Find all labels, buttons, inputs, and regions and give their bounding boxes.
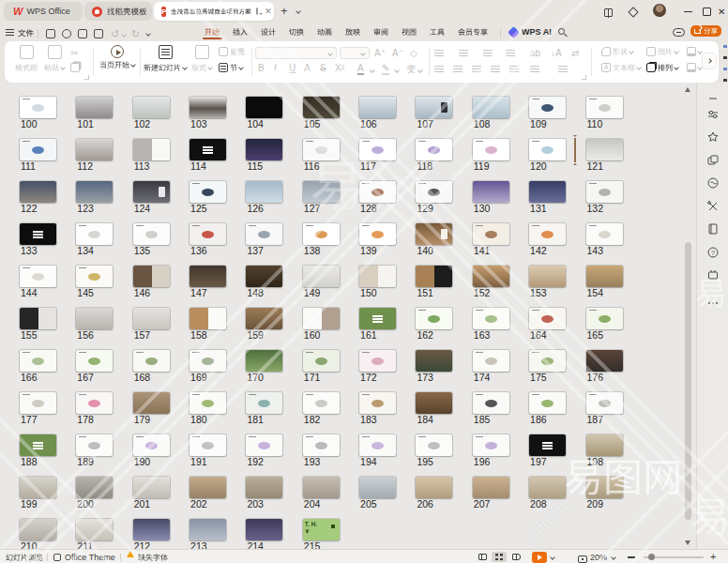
theme-label[interactable]: Office Theme	[65, 553, 115, 562]
slide-thumbnail[interactable]	[529, 392, 566, 414]
reset-button[interactable]	[219, 47, 245, 56]
docer-resource-icon[interactable]	[706, 176, 720, 193]
shapes-stack-icon[interactable]	[706, 154, 720, 171]
picture-button[interactable]	[646, 47, 678, 56]
minimize-button[interactable]	[684, 7, 692, 12]
clipboard-dialog-launcher[interactable]	[84, 75, 89, 80]
font-toggle-B[interactable]: B	[258, 63, 265, 73]
zoom-in-button[interactable]: +	[710, 551, 716, 562]
slide-thumbnail[interactable]	[586, 308, 623, 329]
slide-thumbnail[interactable]	[246, 519, 282, 540]
font-toggle-X²[interactable]: X²	[335, 63, 344, 73]
more-dots-icon[interactable]	[706, 297, 720, 313]
avatar[interactable]	[653, 4, 666, 17]
slide-thumbnail[interactable]	[359, 223, 396, 245]
slide-thumbnail[interactable]	[303, 308, 340, 329]
slide-thumbnail[interactable]	[20, 266, 56, 287]
slide-thumbnail[interactable]	[416, 181, 452, 203]
text-direction-icon[interactable]: ↓A	[551, 48, 562, 58]
plugin-icon[interactable]	[706, 268, 720, 285]
tab-docer-template[interactable]	[84, 2, 152, 21]
slide-thumbnail[interactable]	[190, 139, 226, 160]
slide-thumbnail[interactable]	[416, 97, 452, 118]
cube-icon[interactable]	[628, 7, 638, 17]
slide-thumbnail[interactable]	[190, 97, 226, 118]
slide-thumbnail[interactable]	[246, 477, 282, 498]
menu-item-8[interactable]	[402, 25, 417, 38]
slide-thumbnail[interactable]	[303, 181, 340, 203]
slide-thumbnail[interactable]: T. H. ∨	[303, 519, 340, 540]
slide-thumbnail[interactable]	[529, 308, 566, 329]
slide-thumbnail[interactable]	[246, 139, 282, 160]
menu-item-3[interactable]	[261, 25, 276, 38]
section-button[interactable]	[219, 63, 243, 72]
slide-thumbnail[interactable]	[416, 308, 452, 329]
menu-item-2[interactable]	[233, 25, 248, 38]
slide-thumbnail[interactable]	[529, 434, 566, 456]
highlight-button[interactable]: ✎	[382, 63, 389, 75]
slide-sorter-grid[interactable]: 1001011021031041051061071081091101111121…	[0, 83, 696, 549]
fill-button[interactable]	[687, 47, 702, 56]
slideshow-play-button[interactable]	[532, 552, 547, 563]
cut-button[interactable]: ✂	[70, 48, 78, 58]
zoom-chevron[interactable]	[611, 555, 616, 560]
slide-thumbnail[interactable]	[133, 477, 170, 498]
slide-thumbnail[interactable]	[586, 97, 623, 118]
font-toggle-I[interactable]: I	[274, 63, 277, 73]
tab-wps-home[interactable]: W WPS Office	[4, 2, 83, 21]
slide-thumbnail[interactable]	[76, 181, 113, 203]
slide-thumbnail[interactable]	[529, 97, 566, 118]
slide-thumbnail[interactable]	[246, 350, 282, 372]
slide-thumbnail[interactable]	[133, 223, 170, 245]
slide-thumbnail[interactable]	[586, 139, 623, 160]
close-button[interactable]: ✕	[718, 7, 728, 17]
slide-thumbnail[interactable]	[359, 434, 396, 456]
frame-button[interactable]	[687, 63, 702, 72]
slide-thumbnail[interactable]	[416, 266, 452, 287]
slide-thumbnail[interactable]	[246, 392, 282, 414]
menu-item-6[interactable]	[345, 25, 360, 38]
text-effect-button[interactable]: 变	[406, 63, 416, 76]
slide-thumbnail[interactable]	[133, 392, 170, 414]
shapes-button[interactable]	[601, 47, 633, 56]
slide-thumbnail[interactable]	[416, 139, 452, 160]
slide-thumbnail[interactable]	[76, 434, 113, 456]
clear-format-icon[interactable]: ◇	[410, 48, 417, 58]
slide-thumbnail[interactable]	[586, 181, 623, 203]
highlight-chevron[interactable]	[394, 68, 400, 73]
font-size-combo[interactable]	[340, 47, 370, 59]
pinyin-icon[interactable]: ab	[530, 48, 540, 58]
slide-thumbnail[interactable]	[416, 392, 452, 414]
slide-thumbnail[interactable]	[190, 350, 226, 372]
slide-thumbnail[interactable]	[190, 392, 226, 414]
slide-thumbnail[interactable]	[20, 139, 56, 160]
slide-thumbnail[interactable]	[20, 434, 56, 456]
align-center-icon[interactable]	[453, 65, 463, 74]
scrollbar-up-arrow[interactable]	[685, 84, 690, 92]
text-effect-chevron[interactable]	[417, 68, 423, 73]
slide-thumbnail[interactable]	[190, 434, 226, 456]
menu-item-4[interactable]	[289, 25, 304, 38]
slide-thumbnail[interactable]	[133, 97, 170, 118]
slide-thumbnail[interactable]	[20, 350, 56, 372]
slide-thumbnail[interactable]	[76, 223, 113, 245]
slide-thumbnail[interactable]	[586, 392, 623, 414]
bullet-list-icon[interactable]	[434, 49, 444, 58]
properties-sliders-icon[interactable]	[706, 108, 720, 125]
wps-ai-button[interactable]: WPS AI	[509, 25, 552, 38]
menu-item-7[interactable]	[373, 25, 388, 38]
arrange-button[interactable]	[646, 63, 678, 72]
slide-thumbnail[interactable]	[190, 223, 226, 245]
slide-thumbnail[interactable]	[473, 266, 509, 287]
new-slide-button[interactable]	[144, 45, 187, 71]
slide-thumbnail[interactable]	[133, 266, 170, 287]
notebook-icon[interactable]	[706, 222, 720, 239]
slide-thumbnail[interactable]	[133, 308, 170, 329]
shrink-font-button[interactable]: A⁻	[392, 48, 403, 58]
fit-window-icon[interactable]	[578, 555, 587, 563]
split-view-icon[interactable]	[604, 8, 613, 17]
slide-thumbnail[interactable]	[76, 266, 113, 287]
menu-item-1[interactable]	[205, 25, 220, 38]
slide-thumbnail[interactable]	[529, 181, 566, 203]
tab-presentation[interactable]: P ✕	[154, 2, 274, 21]
